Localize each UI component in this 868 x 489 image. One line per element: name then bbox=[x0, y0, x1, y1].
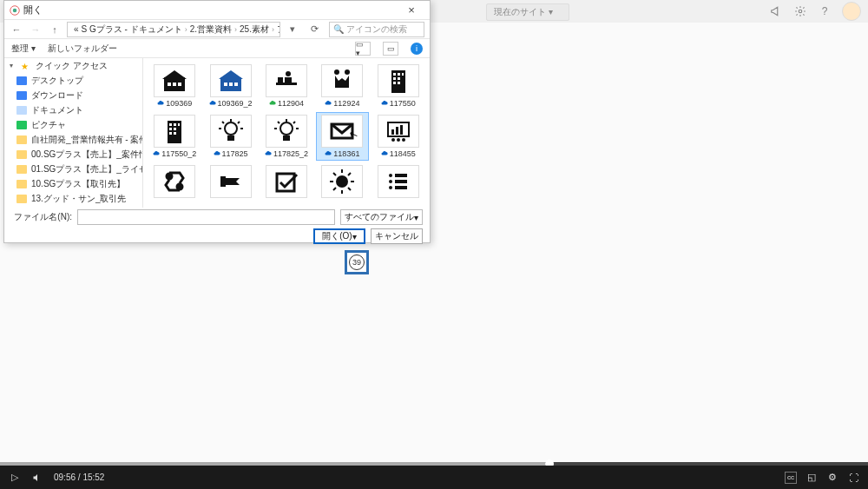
svg-rect-52 bbox=[395, 180, 407, 183]
file-item[interactable] bbox=[372, 162, 424, 201]
sidebar-item[interactable]: デスクトップ bbox=[4, 73, 142, 88]
avatar[interactable] bbox=[842, 2, 861, 21]
sidebar-quick-access[interactable]: ▾★クイック アクセス bbox=[4, 58, 142, 73]
svg-rect-47 bbox=[277, 174, 294, 191]
svg-rect-31 bbox=[174, 128, 176, 130]
svg-marker-9 bbox=[219, 70, 243, 79]
svg-rect-15 bbox=[278, 77, 283, 83]
file-item[interactable]: 112904 bbox=[260, 62, 312, 110]
sidebar-item[interactable]: ピクチャ bbox=[4, 117, 142, 132]
file-caption: 112904 bbox=[269, 99, 304, 108]
new-folder-button[interactable]: 新しいフォルダー bbox=[48, 43, 117, 55]
cancel-button[interactable]: キャンセル bbox=[371, 228, 423, 244]
settings-icon[interactable]: ⚙ bbox=[826, 472, 838, 484]
file-item[interactable] bbox=[148, 162, 201, 201]
dialog-title: 開く bbox=[23, 3, 398, 17]
breadcrumb[interactable]: « S Gプラス - ドキュメント› 2.営業資料› 25.素材› アイコン bbox=[67, 22, 280, 37]
sidebar-item-label: 自社開発_営業情報共有 - 案件別フォルダ bbox=[31, 134, 142, 146]
checkbox-icon bbox=[266, 165, 307, 198]
folder-icon bbox=[16, 165, 27, 174]
svg-point-45 bbox=[177, 184, 182, 189]
filename-input[interactable] bbox=[77, 209, 335, 225]
file-caption: 117825 bbox=[214, 149, 248, 158]
file-caption: 118361 bbox=[325, 149, 359, 158]
svg-rect-38 bbox=[391, 129, 394, 135]
dialog-nav: ← → ↑ « S Gプラス - ドキュメント› 2.営業資料› 25.素材› … bbox=[4, 20, 430, 39]
folder-icon bbox=[16, 150, 27, 159]
filename-label: ファイル名(N): bbox=[11, 211, 72, 223]
sidebar-item[interactable]: ダウンロード bbox=[4, 88, 142, 102]
gear-icon[interactable] bbox=[793, 4, 807, 18]
preview-pane-button[interactable]: ▭ bbox=[383, 42, 398, 56]
svg-rect-5 bbox=[168, 83, 171, 86]
presentation-icon bbox=[378, 115, 419, 148]
file-item[interactable] bbox=[260, 162, 312, 201]
file-caption: 117550_2 bbox=[153, 149, 196, 158]
refresh-button[interactable]: ⟳ bbox=[305, 23, 324, 35]
sidebar-item-label: ドキュメント bbox=[31, 104, 83, 116]
file-item[interactable]: 117825 bbox=[204, 112, 256, 161]
file-item[interactable]: 109369_2 bbox=[204, 62, 256, 110]
sidebar-item-label: 00.SGプラス【売上】_案件情報 bbox=[31, 149, 142, 161]
svg-rect-46 bbox=[220, 176, 226, 187]
back-button[interactable]: ← bbox=[10, 23, 23, 36]
file-item[interactable]: 117550_2 bbox=[148, 112, 201, 161]
site-dropdown[interactable]: 現在のサイト ▾ bbox=[486, 3, 569, 21]
open-button[interactable]: 開く(O) ▾ bbox=[313, 228, 365, 244]
volume-icon[interactable] bbox=[31, 472, 43, 484]
office-tower-icon bbox=[378, 64, 419, 97]
file-item[interactable]: 117825_2 bbox=[260, 112, 312, 161]
file-item[interactable]: 118455 bbox=[372, 112, 424, 161]
organize-menu[interactable]: 整理 ▾ bbox=[11, 43, 36, 55]
svg-point-16 bbox=[334, 69, 339, 75]
sidebar-item[interactable]: 00.SGプラス【売上】_案件情報 bbox=[4, 147, 142, 162]
folder-icon bbox=[16, 76, 27, 85]
sidebar: ▾★クイック アクセス デスクトップダウンロードドキュメントピクチャ自社開発_営… bbox=[4, 58, 143, 208]
sidebar-item[interactable]: 13.グッド・サン_取引先 bbox=[4, 191, 142, 206]
svg-rect-32 bbox=[169, 132, 172, 135]
info-icon[interactable]: i bbox=[411, 43, 423, 55]
breadcrumb-dropdown[interactable]: ▾ bbox=[286, 23, 299, 36]
sidebar-item[interactable]: 01.SGプラス【売上】_ライセンス案件情報 bbox=[4, 162, 142, 176]
bulb-icon bbox=[210, 115, 252, 148]
sun-icon bbox=[321, 165, 363, 198]
svg-rect-33 bbox=[174, 132, 176, 135]
search-input[interactable]: 🔍アイコンの検索 bbox=[329, 22, 424, 37]
up-button[interactable]: ↑ bbox=[48, 23, 62, 36]
file-filter-dropdown[interactable]: すべてのファイル▾ bbox=[340, 209, 423, 225]
svg-point-17 bbox=[345, 69, 350, 75]
help-icon[interactable]: ? bbox=[818, 4, 832, 18]
sidebar-item-label: ダウンロード bbox=[31, 89, 83, 102]
view-mode-button[interactable]: ▭ ▾ bbox=[355, 42, 371, 56]
svg-point-0 bbox=[799, 10, 802, 13]
play-icon[interactable]: ▷ bbox=[9, 472, 21, 484]
folder-icon bbox=[16, 180, 27, 188]
svg-point-49 bbox=[389, 174, 392, 177]
svg-rect-54 bbox=[395, 186, 407, 189]
forward-button[interactable]: → bbox=[29, 23, 43, 36]
svg-rect-29 bbox=[178, 123, 180, 126]
file-item[interactable]: 109369 bbox=[148, 62, 201, 110]
file-item[interactable]: 117550 bbox=[372, 62, 424, 110]
sidebar-item[interactable]: ドキュメント bbox=[4, 102, 142, 117]
app-icon bbox=[10, 5, 20, 16]
file-item[interactable]: 112924 bbox=[316, 62, 368, 110]
pip-icon[interactable]: ◱ bbox=[806, 472, 818, 484]
cc-icon[interactable]: cc bbox=[785, 472, 797, 484]
sidebar-item[interactable]: 10.SGプラス【取引先】 bbox=[4, 176, 142, 191]
file-item[interactable] bbox=[316, 162, 368, 201]
list-icon bbox=[378, 165, 419, 198]
handshake-icon bbox=[321, 64, 363, 97]
svg-rect-40 bbox=[400, 125, 403, 135]
svg-point-13 bbox=[286, 71, 291, 76]
megaphone-icon[interactable] bbox=[769, 4, 783, 18]
svg-point-51 bbox=[389, 180, 392, 183]
file-grid: 109369109369_2112904112924117550117550_2… bbox=[143, 58, 430, 208]
file-item[interactable]: 118361 bbox=[316, 112, 368, 161]
file-item[interactable] bbox=[204, 162, 256, 201]
close-icon[interactable]: × bbox=[398, 3, 424, 17]
svg-rect-50 bbox=[395, 174, 407, 177]
svg-rect-6 bbox=[173, 83, 176, 86]
sidebar-item[interactable]: 自社開発_営業情報共有 - 案件別フォルダ bbox=[4, 132, 142, 147]
fullscreen-icon[interactable]: ⛶ bbox=[847, 472, 859, 484]
